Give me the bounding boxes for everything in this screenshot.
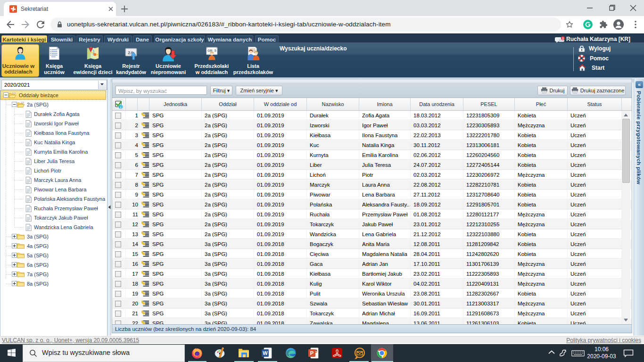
svg-text:P: P [310, 350, 314, 356]
svg-text:3: 3 [562, 37, 564, 40]
svg-text:W: W [263, 350, 268, 356]
